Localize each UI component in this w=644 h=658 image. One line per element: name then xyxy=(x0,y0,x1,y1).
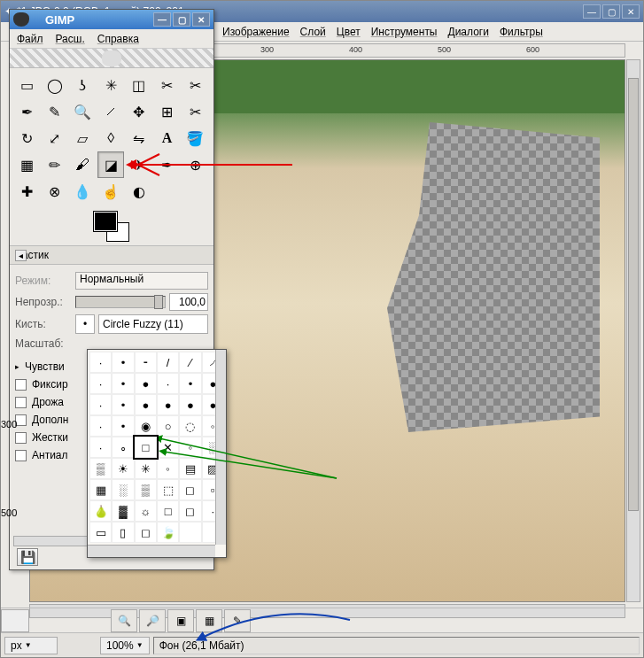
tool-text[interactable]: A xyxy=(154,125,181,151)
brush-swatch[interactable]: ● xyxy=(179,394,201,415)
brush-swatch[interactable]: ▒ xyxy=(135,479,157,500)
brush-swatch[interactable]: ∙ xyxy=(157,373,179,394)
brush-swatch[interactable]: / xyxy=(157,352,179,373)
nav-origin[interactable] xyxy=(1,609,29,632)
brush-swatch[interactable]: • xyxy=(112,373,134,394)
brush-swatch[interactable] xyxy=(179,522,201,543)
brush-swatch[interactable]: ✳ xyxy=(135,458,157,479)
brush-swatch[interactable]: □ xyxy=(135,437,157,458)
sensitivity-label[interactable]: Чувстви xyxy=(25,360,65,373)
fixed-checkbox[interactable] xyxy=(15,379,27,391)
tool-blur-sharpen[interactable]: 💧 xyxy=(69,178,96,205)
brush-popup-vscroll[interactable] xyxy=(215,350,226,545)
close-button[interactable]: ✕ xyxy=(622,4,640,19)
brush-swatch[interactable]: ░ xyxy=(112,479,134,500)
quick-mask-button[interactable]: ✎ xyxy=(224,609,251,632)
menu-xtns[interactable]: Расш. xyxy=(56,33,85,45)
opacity-slider[interactable] xyxy=(75,296,166,308)
brush-swatch[interactable]: • xyxy=(112,415,134,437)
tool-measure[interactable]: ⟋ xyxy=(97,98,124,125)
tool-paths[interactable]: ✒ xyxy=(13,98,40,125)
tool-clone[interactable]: ⊕ xyxy=(182,151,208,178)
brush-swatch[interactable]: • xyxy=(112,394,134,415)
tool-airbrush[interactable]: ✈ xyxy=(126,151,152,178)
menu-color[interactable]: Цвет xyxy=(337,26,361,38)
tool-free-select[interactable]: ʖ xyxy=(69,72,96,98)
tool-by-color-select[interactable]: ◫ xyxy=(126,72,152,98)
tool-foreground-select[interactable]: ✂ xyxy=(182,72,208,98)
tool-shear[interactable]: ▱ xyxy=(69,125,96,151)
tool-eraser[interactable]: ◪ xyxy=(97,151,124,178)
brush-swatch[interactable]: ▦ xyxy=(89,479,112,500)
tool-scissors[interactable]: ✂ xyxy=(154,72,181,98)
brush-swatch[interactable]: · xyxy=(89,394,112,415)
drop-strip[interactable] xyxy=(10,49,213,68)
tool-color-picker[interactable]: ✎ xyxy=(42,98,68,125)
tool-scale[interactable]: ⤢ xyxy=(42,125,68,151)
menu-file[interactable]: Файл xyxy=(17,33,43,45)
brush-swatch[interactable]: ◻ xyxy=(179,479,201,500)
brush-name-field[interactable]: Circle Fuzzy (11) xyxy=(98,314,208,334)
toolbox-titlebar[interactable]: GIMP — ▢ ✕ xyxy=(10,10,213,29)
menu-help[interactable]: Справка xyxy=(97,33,139,45)
disclosure-icon[interactable]: ▸ xyxy=(15,362,19,371)
jitter-checkbox[interactable] xyxy=(15,397,27,408)
tool-rect-select[interactable]: ▭ xyxy=(13,72,40,98)
tool-heal[interactable]: ✚ xyxy=(13,178,40,205)
brush-swatch[interactable]: ✕ xyxy=(157,437,179,458)
brush-popup-hscroll[interactable] xyxy=(88,545,215,557)
brush-swatch[interactable]: · xyxy=(89,373,112,394)
tool-perspective-clone[interactable]: ⊗ xyxy=(42,178,68,205)
zoom-out-button[interactable]: 🔍 xyxy=(111,609,137,632)
hard-checkbox[interactable] xyxy=(15,432,27,444)
brush-swatch[interactable]: ▭ xyxy=(89,522,112,543)
toolbox-minimize-button[interactable]: — xyxy=(153,12,171,27)
brush-swatch[interactable]: 🍐 xyxy=(89,500,112,522)
brush-swatch[interactable]: ▓ xyxy=(112,500,134,522)
toolbox-close-button[interactable]: ✕ xyxy=(192,12,210,27)
menu-layer[interactable]: Слой xyxy=(300,26,326,38)
menu-tools[interactable]: Инструменты xyxy=(371,26,438,38)
tool-perspective[interactable]: ◊ xyxy=(97,125,124,151)
tool-bucket-fill[interactable]: 🪣 xyxy=(182,125,208,151)
brush-preview[interactable]: • xyxy=(75,314,95,334)
brush-swatch[interactable]: ⁄ xyxy=(179,352,201,373)
brush-swatch[interactable]: ▒ xyxy=(89,458,112,479)
brush-swatch[interactable]: ∘ xyxy=(112,437,134,458)
zoom-selector[interactable]: 100% ▼ xyxy=(100,637,150,654)
brush-swatch[interactable]: · xyxy=(89,415,112,437)
brush-swatch[interactable]: ⬚ xyxy=(157,479,179,500)
menu-dialogs[interactable]: Диалоги xyxy=(448,26,489,38)
tool-paintbrush[interactable]: 🖌 xyxy=(69,151,96,178)
toolbox-maximize-button[interactable]: ▢ xyxy=(173,12,190,27)
brush-swatch[interactable]: ⁃ xyxy=(135,352,157,373)
brush-swatch[interactable]: ● xyxy=(135,373,157,394)
tool-align[interactable]: ⊞ xyxy=(154,98,181,125)
brush-swatch[interactable]: • xyxy=(179,373,201,394)
unit-selector[interactable]: px ▼ xyxy=(4,637,58,654)
brush-swatch[interactable]: ◌ xyxy=(179,415,201,437)
brush-swatch[interactable]: · xyxy=(89,352,112,373)
brush-swatch[interactable]: 🍃 xyxy=(157,522,179,543)
tool-smudge[interactable]: ☝ xyxy=(97,178,124,205)
save-options-button[interactable]: 💾 xyxy=(17,548,38,566)
tool-flip[interactable]: ⇋ xyxy=(126,125,152,151)
brush-swatch[interactable]: ◉ xyxy=(135,415,157,437)
menu-filters[interactable]: Фильтры xyxy=(500,26,543,38)
brush-swatch[interactable]: ○ xyxy=(157,415,179,437)
brush-swatch[interactable]: ▤ xyxy=(179,458,201,479)
brush-swatch[interactable]: ☀ xyxy=(112,458,134,479)
tool-pencil[interactable]: ✏ xyxy=(42,151,68,178)
opacity-input[interactable] xyxy=(169,293,208,311)
tool-ellipse-select[interactable]: ◯ xyxy=(42,72,68,98)
tool-rotate[interactable]: ↻ xyxy=(13,125,40,151)
brush-swatch[interactable]: ● xyxy=(157,394,179,415)
zoom-in-button[interactable]: 🔎 xyxy=(139,609,166,632)
brush-swatch[interactable]: ◻ xyxy=(179,500,201,522)
menu-image[interactable]: Изображение xyxy=(222,26,290,38)
fg-color-swatch[interactable] xyxy=(94,212,117,231)
brush-swatch[interactable]: ◦ xyxy=(179,437,201,458)
brush-swatch[interactable]: ◻ xyxy=(135,522,157,543)
grid-button[interactable]: ▦ xyxy=(196,609,222,632)
zoom-fit-button[interactable]: ▣ xyxy=(167,609,194,632)
